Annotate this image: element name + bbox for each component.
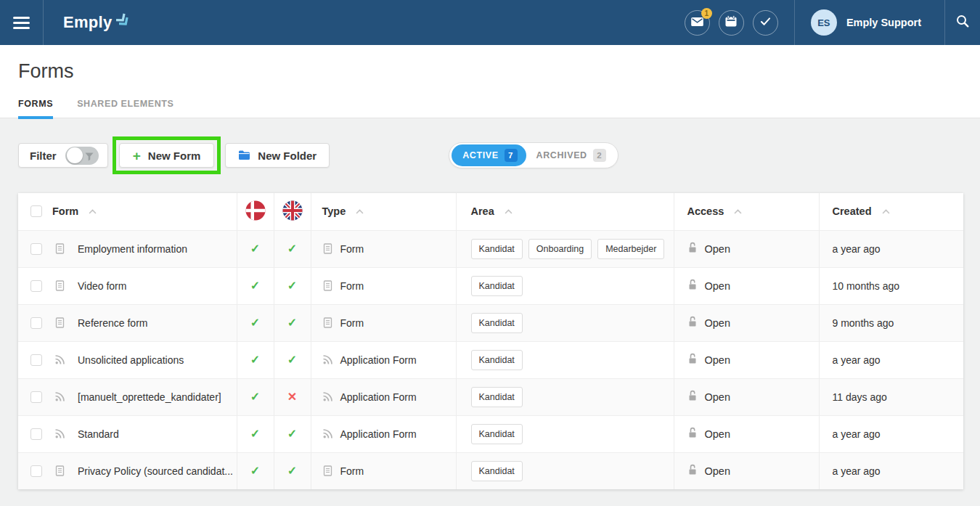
user-menu[interactable]: ES Emply Support <box>795 9 944 36</box>
table-row[interactable]: Employment information ✓ ✓ Form Kandidat… <box>18 230 963 267</box>
danish-status-icon: ✓ <box>237 427 274 441</box>
chevron-up-icon <box>356 209 364 214</box>
danish-status-icon: ✓ <box>237 353 274 367</box>
brand-logo[interactable]: Emply <box>44 0 132 45</box>
cell-english: ✓ <box>274 230 311 267</box>
type-label: Application Form <box>340 354 417 366</box>
segment-archived[interactable]: ARCHIVED 2 <box>526 144 616 166</box>
header-created-label: Created <box>833 205 872 217</box>
cell-form: Video form <box>18 267 237 304</box>
cell-type: Form <box>311 230 456 267</box>
chevron-up-icon <box>734 209 742 214</box>
row-checkbox[interactable] <box>30 465 42 477</box>
table-row[interactable]: Reference form ✓ ✓ Form Kandidat Open 9 <box>18 304 963 341</box>
area-tag: Kandidat <box>471 276 523 296</box>
cell-form: Employment information <box>18 230 237 267</box>
page-title: Forms <box>18 60 962 83</box>
access-label: Open <box>705 280 730 292</box>
header-area[interactable]: Area <box>456 193 674 230</box>
form-name[interactable]: Standard <box>78 428 119 440</box>
header-access-label: Access <box>687 205 724 217</box>
form-name[interactable]: [manuelt_oprettede_kandidater] <box>78 391 221 403</box>
cell-access: Open <box>674 341 819 378</box>
form-name[interactable]: Privacy Policy (sourced candidat... <box>78 465 233 477</box>
row-checkbox[interactable] <box>30 428 42 440</box>
cell-type: Application Form <box>311 378 456 415</box>
tab-shared-elements[interactable]: SHARED ELEMENTS <box>77 99 173 119</box>
danish-flag-icon <box>245 200 266 223</box>
type-icon <box>322 391 333 402</box>
row-checkbox[interactable] <box>30 391 42 403</box>
cell-type: Form <box>311 452 456 489</box>
danish-status-icon: ✓ <box>237 242 274 256</box>
header-danish[interactable] <box>237 193 274 230</box>
open-lock-icon <box>687 464 698 478</box>
form-name[interactable]: Unsolicited applications <box>78 354 184 366</box>
filter-button[interactable]: Filter <box>18 143 108 168</box>
form-name[interactable]: Video form <box>78 280 126 292</box>
access-label: Open <box>705 243 730 255</box>
row-checkbox[interactable] <box>30 280 42 292</box>
english-status-icon: ✓ <box>274 464 311 478</box>
cell-type: Form <box>311 267 456 304</box>
active-count-badge: 7 <box>505 149 518 162</box>
new-folder-button[interactable]: New Folder <box>225 143 330 168</box>
table-row[interactable]: Privacy Policy (sourced candidat... ✓ ✓ … <box>18 452 963 489</box>
archived-count-badge: 2 <box>593 149 606 162</box>
open-lock-icon <box>687 242 698 256</box>
form-type-icon <box>54 243 65 254</box>
access-label: Open <box>705 317 730 329</box>
cell-created: 10 months ago <box>819 267 963 304</box>
area-tag: Kandidat <box>471 313 523 333</box>
type-icon <box>322 280 333 291</box>
area-tag: Kandidat <box>471 424 523 444</box>
header-form[interactable]: Form <box>18 193 237 230</box>
table-row[interactable]: [manuelt_oprettede_kandidater] ✓ ✕ Appli… <box>18 378 963 415</box>
select-all-checkbox[interactable] <box>30 205 42 217</box>
header-access[interactable]: Access <box>674 193 819 230</box>
cell-created: a year ago <box>819 415 963 452</box>
calendar-button[interactable] <box>719 10 744 36</box>
cell-access: Open <box>674 415 819 452</box>
cell-created: 9 months ago <box>819 304 963 341</box>
table-row[interactable]: Unsolicited applications ✓ ✓ Application… <box>18 341 963 378</box>
filter-toggle[interactable] <box>65 147 99 165</box>
form-name[interactable]: Employment information <box>78 243 187 255</box>
user-name: Emply Support <box>846 17 921 28</box>
cell-form: Unsolicited applications <box>18 341 237 378</box>
folder-icon <box>238 150 250 162</box>
created-label: a year ago <box>820 354 964 366</box>
english-status-icon: ✓ <box>274 316 311 330</box>
new-folder-label: New Folder <box>258 150 317 162</box>
header-created[interactable]: Created <box>819 193 963 230</box>
chevron-up-icon <box>882 209 890 214</box>
cell-area: Kandidat <box>456 452 674 489</box>
new-form-button[interactable]: + New Form <box>119 143 215 168</box>
search-button[interactable] <box>945 0 980 45</box>
cell-created: 11 days ago <box>819 378 963 415</box>
danish-status-icon: ✓ <box>237 316 274 330</box>
table-row[interactable]: Standard ✓ ✓ Application Form Kandidat O… <box>18 415 963 452</box>
menu-button[interactable] <box>0 0 43 45</box>
cell-danish: ✓ <box>237 415 274 452</box>
row-checkbox[interactable] <box>30 354 42 366</box>
tab-bar: FORMS SHARED ELEMENTS <box>18 99 962 119</box>
cell-area: KandidatOnboardingMedarbejder <box>456 230 674 267</box>
header-english[interactable] <box>274 193 311 230</box>
cell-access: Open <box>674 378 819 415</box>
toolbar: Filter + New Form New Folder <box>18 143 963 168</box>
table-row[interactable]: Video form ✓ ✓ Form Kandidat Open 10 mo <box>18 267 963 304</box>
chevron-up-icon <box>89 209 97 214</box>
tasks-button[interactable] <box>753 10 778 36</box>
cell-english: ✓ <box>274 341 311 378</box>
area-tags: Kandidat <box>457 461 674 481</box>
segment-active[interactable]: ACTIVE 7 <box>452 144 526 166</box>
row-checkbox[interactable] <box>30 243 42 255</box>
messages-button[interactable]: 1 <box>685 10 710 36</box>
cell-form: Standard <box>18 415 237 452</box>
header-type[interactable]: Type <box>311 193 456 230</box>
row-checkbox[interactable] <box>30 317 42 329</box>
tab-forms[interactable]: FORMS <box>18 99 53 119</box>
form-type-icon <box>54 317 65 328</box>
form-name[interactable]: Reference form <box>78 317 147 329</box>
